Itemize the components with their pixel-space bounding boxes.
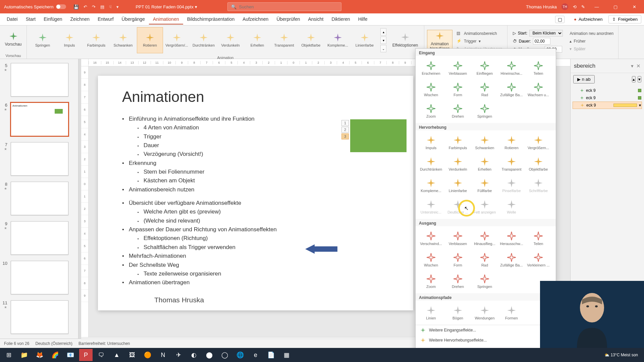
language-status[interactable]: Deutsch (Österreich) xyxy=(35,341,72,346)
slide-canvas[interactable]: Animationen Einführung in Animationseffe… xyxy=(98,76,413,310)
gallery-item[interactable]: Kompleme... xyxy=(325,27,351,53)
autosave[interactable]: Automatisches Speichern xyxy=(0,4,70,9)
avatar[interactable]: TH xyxy=(561,3,568,10)
move-later[interactable]: ▾ Später xyxy=(570,45,613,53)
slide-thumbnail[interactable]: 10 xyxy=(0,261,73,294)
sync-icon[interactable]: ⟲ xyxy=(573,4,577,9)
record-button[interactable]: ●Aufzeichnen xyxy=(571,15,606,23)
menu-entwurf[interactable]: Entwurf xyxy=(94,14,117,24)
gallery-scroll[interactable]: ▴▾⌄ xyxy=(380,27,387,54)
share-button[interactable]: ⇪Freigeben xyxy=(608,15,641,23)
move-up-button[interactable]: ▴ xyxy=(632,76,636,82)
animation-option[interactable]: Einfliegen xyxy=(471,57,498,79)
animation-option[interactable]: Rotieren xyxy=(498,132,525,153)
menu-bildschirmpräsentation[interactable]: Bildschirmpräsentation xyxy=(183,14,239,24)
gallery-item[interactable]: Springen xyxy=(30,27,56,53)
app-icon[interactable]: 🟠 xyxy=(141,349,154,361)
animation-option[interactable]: Springen xyxy=(471,100,498,122)
trigger-button[interactable]: ⚡Trigger ▾ xyxy=(457,38,502,45)
save-icon[interactable]: 💾 xyxy=(73,4,79,9)
animation-option[interactable]: Verblassen xyxy=(444,228,471,249)
animation-option[interactable]: Füllfarbe xyxy=(471,175,498,196)
menu-ansicht[interactable]: Ansicht xyxy=(304,14,327,24)
slide-body[interactable]: Einführung in Animationseffekte und ihre… xyxy=(122,115,389,287)
present-icon[interactable]: ▤ xyxy=(100,4,104,9)
animation-option[interactable]: Form xyxy=(444,79,471,100)
animation-item[interactable]: eck 9 xyxy=(573,87,642,94)
animation-option[interactable]: Erhellen xyxy=(471,153,498,175)
animation-option[interactable]: Herausschw... xyxy=(498,228,525,249)
animation-option[interactable]: Farbimpuls xyxy=(444,132,471,153)
animation-option[interactable]: Verschwind... xyxy=(418,228,444,249)
gallery-item[interactable]: Rotieren xyxy=(137,27,163,53)
app-icon[interactable]: 🗨 xyxy=(95,349,108,361)
start-select[interactable]: Beim Klicken xyxy=(529,30,563,37)
animation-option[interactable]: Wischen xyxy=(418,249,444,270)
gallery-item[interactable]: Objektfarbe xyxy=(298,27,324,53)
powerpoint-icon[interactable]: P xyxy=(79,349,93,361)
menu-start[interactable]: Start xyxy=(22,14,40,24)
play-from-button[interactable]: ▶ n ab xyxy=(573,75,595,83)
gallery-item[interactable]: Schwanken xyxy=(110,27,136,53)
animation-option[interactable]: Form xyxy=(444,249,471,270)
weather-widget[interactable]: ⛅ 13°C Meist son xyxy=(604,353,638,357)
animation-tag[interactable]: 1 xyxy=(341,120,349,126)
gallery-item[interactable]: Verdunkeln xyxy=(217,27,244,53)
collapse-ribbon[interactable]: ▢ xyxy=(555,16,565,23)
qat-more-icon[interactable]: ▾ xyxy=(116,4,119,9)
green-rectangle[interactable] xyxy=(350,119,407,152)
gallery-item[interactable]: Transparent xyxy=(271,27,297,53)
animation-option[interactable]: Formen xyxy=(498,302,525,323)
slide-author[interactable]: Thomas Hruska xyxy=(154,296,389,304)
slide-thumbnail[interactable]: 8★ xyxy=(0,182,73,215)
app-icon[interactable]: 🌐 xyxy=(233,349,247,361)
gallery-item[interactable]: Farbimpuls xyxy=(83,27,109,53)
move-down-button[interactable]: ▾ xyxy=(638,76,641,82)
menu-datei[interactable]: Datei xyxy=(3,14,22,24)
animation-option[interactable]: Verkleinern ... xyxy=(525,249,552,270)
slide-thumbnail[interactable]: 7★ xyxy=(0,142,73,176)
menu-hilfe[interactable]: Hilfe xyxy=(354,14,372,24)
animation-gallery[interactable]: SpringenImpulsFarbimpulsSchwankenRotiere… xyxy=(30,27,378,53)
animation-option[interactable]: Teilen xyxy=(525,57,552,79)
move-earlier[interactable]: ▴ Früher xyxy=(570,38,613,45)
slide-thumbnails[interactable]: 5★6★Animationen7★8★9★1011★ xyxy=(0,59,78,351)
user-name[interactable]: Thomas Hruska xyxy=(526,4,557,9)
filename[interactable]: PPT 01 Roter Faden 004.pptx ▾ xyxy=(122,4,227,9)
animation-option[interactable]: Zufällige Ba... xyxy=(498,79,525,100)
telegram-icon[interactable]: ✈ xyxy=(172,349,185,361)
animation-option[interactable]: Hineinschw... xyxy=(498,57,525,79)
animation-tag[interactable]: 3 xyxy=(341,133,349,139)
menu-überprüfen[interactable]: Überprüfen xyxy=(272,14,304,24)
animation-item[interactable]: eck 9▾ xyxy=(573,102,642,109)
animation-option[interactable]: Transparent xyxy=(498,153,525,175)
search-input[interactable] xyxy=(239,4,338,9)
explorer-icon[interactable]: 📁 xyxy=(17,349,31,361)
slide-thumbnail[interactable]: 5★ xyxy=(0,63,73,97)
gallery-item[interactable]: Impuls xyxy=(56,27,83,53)
animation-option[interactable]: Drehen xyxy=(444,100,471,122)
animation-option[interactable]: Drehen xyxy=(444,270,471,292)
redo-icon[interactable]: ↷ xyxy=(92,4,96,9)
app-icon[interactable]: ◯ xyxy=(218,349,231,361)
slide-thumbnail[interactable]: 11★ xyxy=(0,300,73,334)
animation-option[interactable]: Zufällige Ba... xyxy=(498,249,525,270)
animation-option[interactable]: Zoom xyxy=(418,100,444,122)
animation-option[interactable]: Verblassen xyxy=(444,57,471,79)
slide-title[interactable]: Animationen xyxy=(122,88,389,105)
maximize-button[interactable]: ▢ xyxy=(608,0,623,13)
gallery-item[interactable]: Erhellen xyxy=(244,27,270,53)
slide-thumbnail[interactable]: 6★Animationen xyxy=(0,103,73,136)
menu-zeichnen[interactable]: Zeichnen xyxy=(66,14,94,24)
animation-option[interactable]: Wendungen xyxy=(471,302,498,323)
animation-option[interactable]: Wachsen u... xyxy=(525,79,552,100)
edge-icon[interactable]: e xyxy=(249,349,262,361)
animation-option[interactable]: Wischen xyxy=(418,79,444,100)
touch-icon[interactable]: ☟ xyxy=(109,4,112,9)
menu-einfügen[interactable]: Einfügen xyxy=(40,14,66,24)
animation-option[interactable]: Schwanken xyxy=(471,132,498,153)
firefox-icon[interactable]: 🦊 xyxy=(33,349,46,361)
close-button[interactable]: ✕ xyxy=(627,0,641,13)
more-effects-item[interactable]: Weitere Eingangseffekte... xyxy=(416,325,556,335)
accessibility-status[interactable]: Barrierefreiheit: Untersuchen xyxy=(78,341,130,346)
